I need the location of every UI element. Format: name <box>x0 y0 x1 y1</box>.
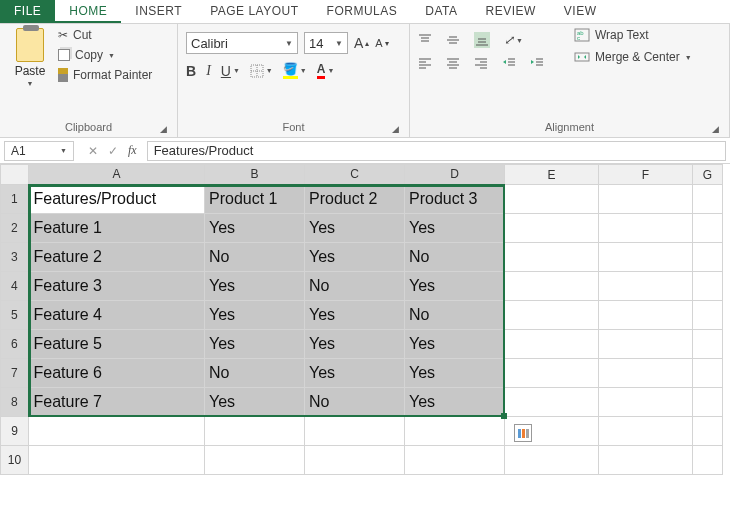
cell[interactable]: Yes <box>205 214 305 243</box>
align-top-button[interactable] <box>418 33 432 47</box>
cell[interactable] <box>305 446 405 475</box>
cell[interactable] <box>599 185 693 214</box>
row-header[interactable]: 2 <box>1 214 29 243</box>
cell[interactable] <box>693 214 723 243</box>
format-painter-button[interactable]: Format Painter <box>58 68 152 82</box>
dialog-launcher-icon[interactable]: ◢ <box>709 123 721 135</box>
column-header[interactable]: G <box>693 165 723 185</box>
cell[interactable]: Features/Product <box>29 185 205 214</box>
column-header[interactable]: C <box>305 165 405 185</box>
tab-insert[interactable]: INSERT <box>121 0 196 23</box>
cell[interactable] <box>29 446 205 475</box>
font-color-button[interactable]: A ▼ <box>317 62 335 79</box>
column-header[interactable]: F <box>599 165 693 185</box>
bold-button[interactable]: B <box>186 63 196 79</box>
tab-data[interactable]: DATA <box>411 0 471 23</box>
fill-color-button[interactable]: 🪣 ▼ <box>283 62 307 79</box>
column-header[interactable]: B <box>205 165 305 185</box>
cell[interactable] <box>505 214 599 243</box>
row-header[interactable]: 3 <box>1 243 29 272</box>
column-header[interactable]: E <box>505 165 599 185</box>
font-name-combo[interactable]: Calibri ▼ <box>186 32 298 54</box>
cell[interactable]: Product 1 <box>205 185 305 214</box>
cell[interactable]: No <box>205 243 305 272</box>
cell[interactable]: Yes <box>305 214 405 243</box>
cell[interactable] <box>29 417 205 446</box>
decrease-font-button[interactable]: A▾ <box>375 37 388 49</box>
cell[interactable] <box>693 446 723 475</box>
cell[interactable]: Yes <box>405 214 505 243</box>
cell[interactable]: Feature 2 <box>29 243 205 272</box>
copy-button[interactable]: Copy ▼ <box>58 48 152 62</box>
cell[interactable] <box>505 359 599 388</box>
cell[interactable] <box>599 446 693 475</box>
cell[interactable]: Product 3 <box>405 185 505 214</box>
borders-button[interactable]: ▼ <box>250 64 273 78</box>
row-header[interactable]: 8 <box>1 388 29 417</box>
row-header[interactable]: 6 <box>1 330 29 359</box>
cell[interactable]: No <box>405 301 505 330</box>
row-header[interactable]: 1 <box>1 185 29 214</box>
name-box[interactable]: A1 ▼ <box>4 141 74 161</box>
tab-formulas[interactable]: FORMULAS <box>313 0 412 23</box>
cell[interactable]: No <box>305 272 405 301</box>
cell[interactable]: No <box>305 388 405 417</box>
cut-button[interactable]: ✂ Cut <box>58 28 152 42</box>
paste-button[interactable]: Paste ▼ <box>8 28 52 87</box>
align-bottom-button[interactable] <box>474 32 490 48</box>
spreadsheet-grid[interactable]: ABCDEFG1Features/ProductProduct 1Product… <box>0 164 723 475</box>
fx-icon[interactable]: fx <box>128 143 137 158</box>
align-middle-button[interactable] <box>446 33 460 47</box>
increase-font-button[interactable]: A▴ <box>354 35 369 51</box>
align-center-button[interactable] <box>446 56 460 70</box>
formula-input[interactable]: Features/Product <box>147 141 726 161</box>
cell[interactable] <box>693 243 723 272</box>
cell[interactable]: Feature 7 <box>29 388 205 417</box>
dialog-launcher-icon[interactable]: ◢ <box>157 123 169 135</box>
align-right-button[interactable] <box>474 56 488 70</box>
cell[interactable]: Yes <box>305 243 405 272</box>
cell[interactable] <box>693 388 723 417</box>
font-size-combo[interactable]: 14 ▼ <box>304 32 348 54</box>
cell[interactable]: Yes <box>405 359 505 388</box>
cell[interactable] <box>505 388 599 417</box>
select-all-corner[interactable] <box>1 165 29 185</box>
cell[interactable]: Product 2 <box>305 185 405 214</box>
cell[interactable]: Yes <box>305 330 405 359</box>
cell[interactable]: Yes <box>405 388 505 417</box>
cell[interactable] <box>599 272 693 301</box>
cell[interactable] <box>505 330 599 359</box>
cancel-icon[interactable]: ✕ <box>88 144 98 158</box>
cell[interactable] <box>599 214 693 243</box>
cell[interactable] <box>693 272 723 301</box>
cell[interactable] <box>599 359 693 388</box>
cell[interactable] <box>505 446 599 475</box>
dialog-launcher-icon[interactable]: ◢ <box>389 123 401 135</box>
cell[interactable]: Yes <box>205 388 305 417</box>
cell[interactable]: Yes <box>205 272 305 301</box>
tab-page-layout[interactable]: PAGE LAYOUT <box>196 0 312 23</box>
cell[interactable]: Yes <box>405 330 505 359</box>
cell[interactable] <box>599 388 693 417</box>
cell[interactable]: Feature 4 <box>29 301 205 330</box>
italic-button[interactable]: I <box>206 63 211 79</box>
cell[interactable]: Feature 6 <box>29 359 205 388</box>
align-left-button[interactable] <box>418 56 432 70</box>
cell[interactable]: Feature 5 <box>29 330 205 359</box>
cell[interactable] <box>505 185 599 214</box>
underline-button[interactable]: U▼ <box>221 63 240 79</box>
cell[interactable] <box>693 359 723 388</box>
row-header[interactable]: 7 <box>1 359 29 388</box>
cell[interactable] <box>599 330 693 359</box>
cell[interactable] <box>205 446 305 475</box>
cell[interactable]: Feature 3 <box>29 272 205 301</box>
cell[interactable]: Yes <box>205 330 305 359</box>
cell[interactable]: Yes <box>305 301 405 330</box>
cell[interactable] <box>599 301 693 330</box>
cell[interactable] <box>505 272 599 301</box>
column-header[interactable]: A <box>29 165 205 185</box>
cell[interactable]: Feature 1 <box>29 214 205 243</box>
cell[interactable] <box>693 417 723 446</box>
cell[interactable] <box>505 301 599 330</box>
tab-review[interactable]: REVIEW <box>471 0 549 23</box>
